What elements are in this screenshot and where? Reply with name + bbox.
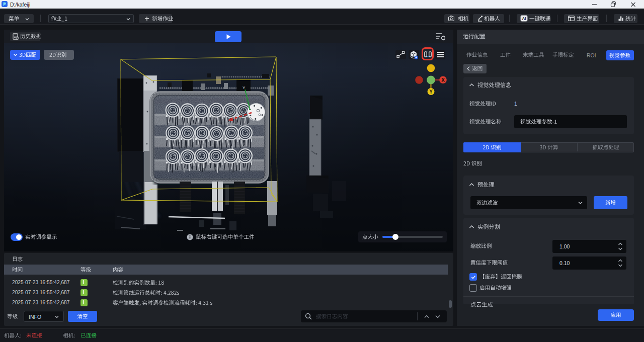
svg-text:AI: AI — [522, 17, 526, 21]
svg-text:Y: Y — [429, 89, 433, 95]
svg-text:Y: Y — [243, 86, 246, 90]
svg-text:X: X — [441, 77, 445, 83]
svg-text:X: X — [233, 116, 235, 119]
